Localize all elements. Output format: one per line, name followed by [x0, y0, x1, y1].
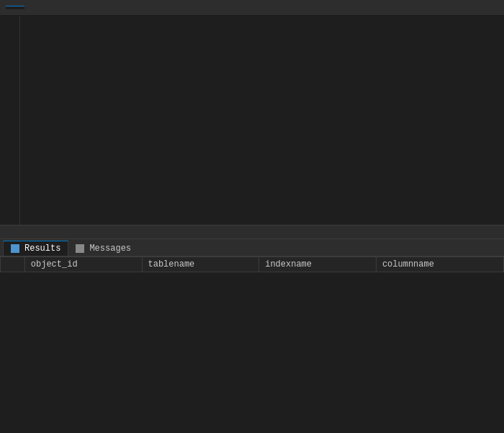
code-content[interactable] — [20, 16, 504, 225]
table-header-row: object_id tablename indexname columnname — [1, 257, 504, 272]
title-bar — [0, 0, 504, 16]
line-numbers — [0, 16, 20, 225]
tab-results[interactable]: Results — [3, 241, 68, 256]
col-header-indexname: indexname — [259, 257, 377, 272]
col-header-columnname: columnname — [376, 257, 503, 272]
results-container: object_id tablename indexname columnname — [0, 256, 504, 433]
tab-messages-label: Messages — [89, 244, 131, 254]
zoom-bar — [0, 225, 504, 239]
editor-tab[interactable] — [6, 6, 24, 9]
result-tabs: Results Messages — [0, 239, 504, 256]
col-header-objectid: object_id — [24, 257, 142, 272]
tab-messages[interactable]: Messages — [68, 241, 138, 256]
grid-icon — [11, 244, 19, 253]
editor-panel — [0, 16, 504, 225]
msg-icon — [76, 244, 84, 253]
results-table: object_id tablename indexname columnname — [0, 256, 504, 272]
tab-results-label: Results — [24, 244, 60, 254]
col-header-rownum — [1, 257, 25, 272]
col-header-tablename: tablename — [142, 257, 259, 272]
